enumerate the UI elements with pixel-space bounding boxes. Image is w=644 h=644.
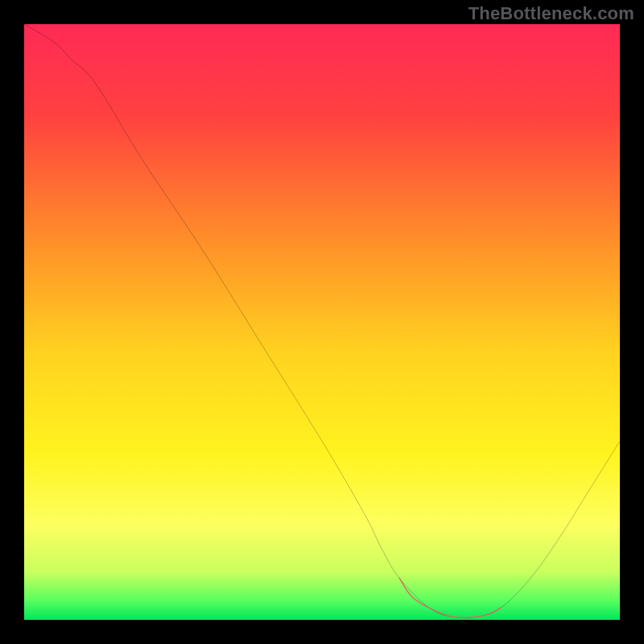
- plot-background: [24, 24, 620, 620]
- watermark-text: TheBottleneck.com: [469, 3, 634, 24]
- bottleneck-plot: [24, 24, 620, 620]
- chart-frame: TheBottleneck.com: [0, 0, 644, 644]
